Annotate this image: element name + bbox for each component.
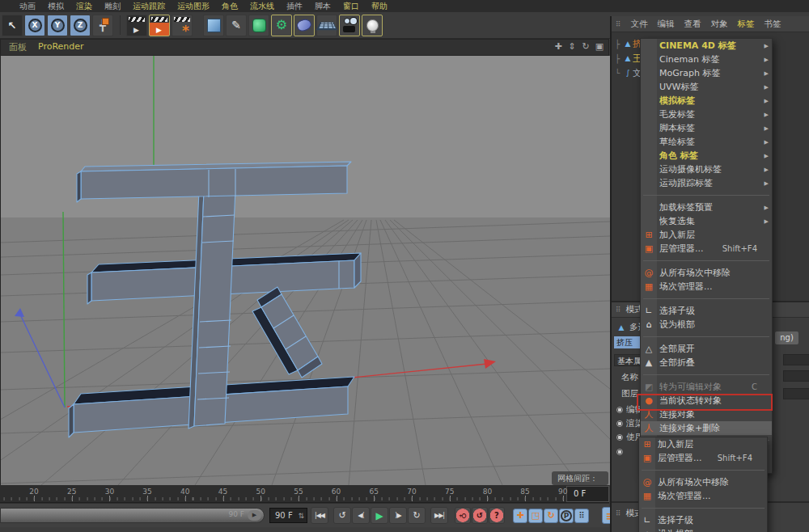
menu-item-恢复选集[interactable]: 恢复选集▶ [641,214,772,228]
x-axis-lock[interactable]: X [24,15,45,36]
keyframe-options-button[interactable]: ? [489,507,505,524]
menu-动画[interactable]: 动画 [19,1,36,12]
menu-item-连接对象[interactable]: 人连接对象 [641,407,772,421]
current-frame-indicator[interactable]: 0 F [566,486,609,502]
attribute-field-strip[interactable] [783,370,809,382]
menu-item-层管理器...[interactable]: ▣层管理器...Shift+F4 [641,242,772,255]
menu-item-毛发标签[interactable]: 毛发标签▶ [641,108,772,121]
menu-item-MoGraph 标签[interactable]: MoGraph 标签▶ [641,66,772,80]
menu-item-模拟标签[interactable]: 模拟标签▶ [641,94,772,108]
generators-button[interactable]: ⚙ [271,15,292,36]
attribute-field-strip[interactable] [783,354,809,365]
menu-运动图形[interactable]: 运动图形 [177,1,210,12]
next-key-button[interactable]: )▶ [389,507,407,524]
menu-item-设为根部[interactable]: ⌂设为根部 [639,527,767,532]
viewport-canvas[interactable] [1,56,610,485]
light-button[interactable] [362,15,383,36]
deformers-button[interactable] [294,15,315,36]
viewport-panel[interactable]: 面板ProRender ✚⇕↻▣ [0,39,609,485]
z-axis-lock[interactable]: Z [70,15,91,36]
menu-item-当前状态转对象[interactable]: ●当前状态转对象 [641,394,772,407]
autokey-button[interactable]: ↺ [472,507,488,524]
previous-key-button[interactable]: ◀( [352,507,370,524]
loop-button[interactable]: ↻ [408,507,426,524]
play-button[interactable]: ▶ [371,507,388,524]
record-parameter-toggle[interactable]: P [559,509,574,523]
floor-button[interactable] [316,15,337,36]
menu-item-CINEMA 4D 标签[interactable]: CINEMA 4D 标签▶ [641,39,772,53]
menu-角色[interactable]: 角色 [222,1,238,12]
menu-item-全部折叠[interactable]: ▲全部折叠 [641,356,772,369]
frame-range-slider[interactable]: 90 F ▶ [0,508,265,523]
goto-end-button[interactable]: ▶▶| [430,507,448,524]
radio-icon[interactable] [616,434,623,441]
subdivision-surface-button[interactable] [248,15,269,36]
menu-item-UVW标签[interactable]: UVW标签▶ [641,80,772,94]
render-picture-viewer-button[interactable] [149,15,170,36]
menu-item-连接对象+删除[interactable]: 人连接对象+删除 [641,421,772,435]
record-rotation-toggle[interactable]: ↻ [544,509,558,523]
play-backward-button[interactable]: ↺ [333,507,351,524]
coordinate-system[interactable]: ╋ [92,15,113,36]
om-menu-对象[interactable]: 对象 [711,19,728,30]
menu-item-从所有场次中移除[interactable]: @从所有场次中移除 [641,266,772,280]
menu-item-角色 标签[interactable]: 角色 标签▶ [641,149,772,163]
menu-item-加入新层[interactable]: ⊞加入新层 [639,437,767,451]
pan-icon[interactable]: ✚ [553,41,564,52]
menu-item-运动跟踪标签[interactable]: 运动跟踪标签▶ [641,176,772,190]
radio-icon[interactable] [616,449,623,455]
camera-button[interactable] [339,15,360,36]
menu-item-场次管理器...[interactable]: ▦场次管理器... [639,489,767,503]
menu-item-加入新层[interactable]: ⊞加入新层 [641,228,772,242]
menu-item-场次管理器...[interactable]: ▦场次管理器... [641,280,772,293]
om-menu-书签[interactable]: 书签 [765,19,781,30]
menu-item-脚本标签[interactable]: 脚本标签▶ [641,121,772,135]
menu-帮助[interactable]: 帮助 [371,1,388,12]
visibility-row-extra[interactable] [616,445,623,458]
menu-窗口[interactable]: 窗口 [343,1,359,12]
menu-item-全部展开[interactable]: △全部展开 [641,342,772,356]
y-axis-lock[interactable]: Y [47,15,68,36]
frame-number-field[interactable]: 90 F ⇅ [269,508,307,523]
range-end-handle[interactable]: ▶ [248,510,261,521]
menu-雕刻[interactable]: 雕刻 [104,1,121,12]
radio-icon[interactable] [616,407,623,413]
render-settings-button[interactable] [172,15,193,36]
om-menu-标签[interactable]: 标签 [738,19,755,30]
panel-grip-icon[interactable]: ⠿ [616,306,621,314]
pen-spline-button[interactable]: ✎ [226,15,247,36]
menu-item-Cineman 标签[interactable]: Cineman 标签▶ [641,53,772,66]
menu-item-选择子级[interactable]: ∟选择子级 [641,304,772,318]
viewport-menu-面板[interactable]: 面板 [9,41,27,53]
record-scale-toggle[interactable]: ◳ [528,509,543,523]
menu-插件[interactable]: 插件 [286,1,303,12]
om-menu-文件[interactable]: 文件 [631,19,648,30]
menu-运动跟踪[interactable]: 运动跟踪 [133,1,165,12]
record-position-toggle[interactable]: ✚ [513,509,527,523]
om-menu-查看[interactable]: 查看 [684,19,701,30]
menu-脚本[interactable]: 脚本 [315,1,331,12]
rotate-icon[interactable]: ↻ [580,41,591,52]
om-menu-编辑[interactable]: 编辑 [658,19,675,30]
menu-item-从所有场次中移除[interactable]: @从所有场次中移除 [639,475,767,489]
timeline-ruler[interactable]: 0 F 202530354045505560657075808590 [0,485,609,503]
add-cube-button[interactable] [203,15,224,36]
menu-流水线[interactable]: 流水线 [250,1,274,12]
viewport-menu-ProRender[interactable]: ProRender [38,41,84,53]
menu-item-运动摄像机标签[interactable]: 运动摄像机标签▶ [641,163,772,176]
select-tool[interactable]: ↖ [2,15,23,36]
radio-icon[interactable] [616,420,623,427]
goto-start-button[interactable]: |◀◀ [311,507,328,524]
toggle-panel-icon[interactable]: ▣ [594,41,605,52]
record-keyframe-button[interactable]: ♀ [455,507,471,524]
menu-item-设为根部[interactable]: ⌂设为根部 [641,318,772,331]
render-view-button[interactable] [126,15,147,36]
panel-grip-icon[interactable]: ⠿ [616,20,621,28]
menu-模拟[interactable]: 模拟 [48,1,64,12]
zoom-icon[interactable]: ⇕ [566,41,578,52]
menu-item-加载标签预置[interactable]: 加载标签预置▶ [641,201,772,214]
panel-grip-icon[interactable]: ⠿ [616,509,621,517]
attribute-field-strip[interactable] [783,388,809,399]
menu-item-草绘标签[interactable]: 草绘标签▶ [641,135,772,149]
menu-item-选择子级[interactable]: ∟选择子级 [639,513,767,527]
